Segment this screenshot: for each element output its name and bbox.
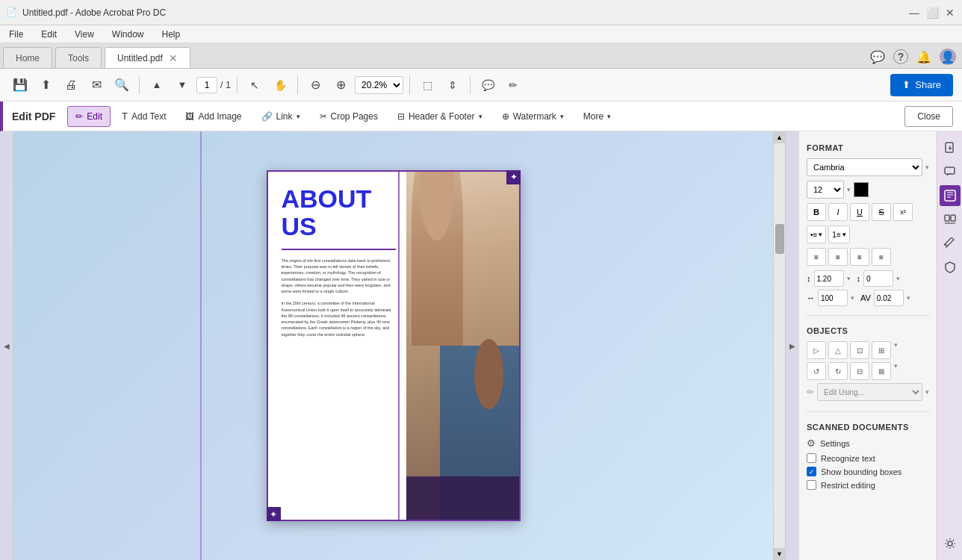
- pen-button[interactable]: ✏: [502, 74, 524, 96]
- underline-button[interactable]: U: [850, 203, 869, 221]
- tracking-input[interactable]: [874, 290, 904, 306]
- italic-button[interactable]: I: [828, 203, 848, 221]
- minimize-button[interactable]: —: [908, 7, 920, 19]
- group-button[interactable]: ⊠: [872, 362, 891, 380]
- export-pdf-icon[interactable]: [940, 137, 961, 158]
- superscript-button[interactable]: x²: [893, 203, 913, 221]
- menu-edit[interactable]: Edit: [38, 28, 60, 41]
- link-button[interactable]: 🔗 Link ▾: [253, 106, 308, 127]
- recognize-text-row: Recognize text: [807, 453, 929, 463]
- protect-icon[interactable]: [940, 257, 961, 278]
- add-text-button[interactable]: T Add Text: [114, 106, 174, 127]
- bullet-list-button[interactable]: •≡ ▾: [807, 225, 826, 243]
- crop-object-button[interactable]: ⊡: [850, 341, 869, 359]
- tools-icon[interactable]: [940, 533, 961, 554]
- watermark-button[interactable]: ⊕ Watermark ▾: [494, 106, 572, 127]
- close-edit-button[interactable]: Close: [904, 106, 953, 127]
- recognize-text-checkbox[interactable]: [807, 453, 816, 463]
- align-center-button[interactable]: ≡: [828, 248, 848, 266]
- edit-pdf-icon[interactable]: [940, 185, 961, 206]
- maximize-button[interactable]: ⬜: [926, 7, 938, 19]
- numbered-list-button[interactable]: 1≡ ▾: [828, 225, 849, 243]
- tab-bar: Home Tools Untitled.pdf ✕ 💬 ? 🔔 👤: [0, 43, 962, 69]
- hand-tool-button[interactable]: ✋: [269, 74, 291, 96]
- para-spacing-input[interactable]: [863, 270, 893, 287]
- line-spacing-input[interactable]: [814, 270, 844, 287]
- bell-icon[interactable]: 🔔: [916, 49, 932, 65]
- edit-using-select[interactable]: Edit Using...: [817, 383, 922, 401]
- more-button[interactable]: More ▾: [575, 106, 619, 127]
- close-button[interactable]: ✕: [944, 7, 956, 19]
- align-right-button[interactable]: ≡: [850, 248, 869, 266]
- undo-button[interactable]: ↺: [807, 362, 826, 380]
- scroll-track[interactable]: [774, 143, 785, 548]
- left-panel-collapse[interactable]: ◀: [0, 131, 13, 560]
- page-input[interactable]: [196, 77, 217, 93]
- menu-window[interactable]: Window: [109, 28, 147, 41]
- tab-home[interactable]: Home: [3, 47, 52, 68]
- upload-button[interactable]: ⬆: [34, 74, 57, 96]
- cursor-tool-button[interactable]: ↖: [243, 74, 266, 96]
- rotate-ccw-button[interactable]: △: [828, 341, 848, 359]
- scale-input[interactable]: [818, 290, 848, 306]
- help-icon[interactable]: ?: [893, 49, 908, 64]
- menu-view[interactable]: View: [72, 28, 97, 41]
- color-swatch[interactable]: [854, 182, 869, 197]
- right-panel-collapse[interactable]: ▶: [785, 131, 798, 560]
- show-bounding-boxes-checkbox[interactable]: [807, 467, 816, 476]
- add-image-button[interactable]: 🖼 Add Image: [177, 106, 249, 127]
- marquee-zoom-button[interactable]: ⬚: [416, 74, 438, 96]
- strikethrough-button[interactable]: S: [872, 203, 891, 221]
- zoom-out-button[interactable]: ⊖: [304, 74, 326, 96]
- bring-forward-button[interactable]: ▷: [807, 341, 826, 359]
- zoom-dropdown[interactable]: 20.2% 50% 100%: [355, 76, 403, 94]
- tab-document[interactable]: Untitled.pdf ✕: [105, 47, 190, 68]
- pdf-page[interactable]: ✦ ✦ ABOUT US The origins of the first co…: [267, 170, 521, 521]
- header-label: Header & Footer: [409, 111, 475, 122]
- align-left-button[interactable]: ≡: [807, 248, 826, 266]
- next-page-button[interactable]: ▼: [171, 74, 193, 96]
- tab-tools[interactable]: Tools: [55, 47, 102, 68]
- justify-button[interactable]: ≡: [872, 248, 891, 266]
- edit-button[interactable]: ✏ Edit: [67, 106, 111, 127]
- share-button[interactable]: ⬆ Share: [890, 74, 953, 96]
- header-footer-button[interactable]: ⊟ Header & Footer ▾: [389, 106, 491, 127]
- page-content: ABOUT US The origins of the first conste…: [267, 170, 521, 521]
- redo-button[interactable]: ↻: [828, 362, 848, 380]
- prev-page-button[interactable]: ▲: [146, 74, 168, 96]
- align-objects-button[interactable]: ⊞: [872, 341, 891, 359]
- font-row: Cambria Arial Times New Roman ▾: [807, 158, 929, 176]
- watermark-icon: ⊕: [502, 111, 509, 122]
- scroll-up-button[interactable]: ▲: [774, 131, 786, 143]
- page-bottom-section: [406, 476, 521, 521]
- mail-button[interactable]: ✉: [85, 74, 108, 96]
- settings-label[interactable]: Settings: [820, 439, 850, 448]
- menu-help[interactable]: Help: [159, 28, 184, 41]
- font-size-select[interactable]: 12 10 14 16 18 24: [807, 181, 844, 199]
- avatar-icon[interactable]: 👤: [940, 49, 956, 65]
- save-button[interactable]: 💾: [9, 74, 31, 96]
- tab-close-button[interactable]: ✕: [169, 52, 178, 64]
- restrict-editing-checkbox[interactable]: [807, 480, 816, 490]
- bullet-list-dropdown: ▾: [819, 231, 822, 238]
- header-dropdown-icon: ▾: [479, 113, 482, 120]
- organize-pages-icon[interactable]: [940, 209, 961, 230]
- print-button[interactable]: 🖨: [60, 74, 82, 96]
- scroll-thumb[interactable]: [775, 224, 784, 254]
- font-family-select[interactable]: Cambria Arial Times New Roman: [807, 158, 922, 176]
- objects-section-title: OBJECTS: [807, 326, 929, 335]
- scroll-down-button[interactable]: ▼: [774, 548, 786, 560]
- comment-icon[interactable]: [940, 161, 961, 182]
- pdf-scrollbar[interactable]: ▲ ▼: [773, 131, 785, 560]
- flip-button[interactable]: ⊟: [850, 362, 869, 380]
- pdf-viewer[interactable]: ✦ ✦ ABOUT US The origins of the first co…: [13, 131, 773, 560]
- menu-file[interactable]: File: [6, 28, 26, 41]
- chat-icon[interactable]: 💬: [869, 49, 886, 65]
- bold-button[interactable]: B: [807, 203, 826, 221]
- crop-pages-button[interactable]: ✂ Crop Pages: [311, 106, 386, 127]
- fill-sign-icon[interactable]: [940, 233, 961, 254]
- zoom-in-button[interactable]: ⊕: [329, 74, 352, 96]
- search-button[interactable]: 🔍: [111, 74, 133, 96]
- scroll-mode-button[interactable]: ⇕: [441, 74, 464, 96]
- comment-button[interactable]: 💬: [477, 74, 499, 96]
